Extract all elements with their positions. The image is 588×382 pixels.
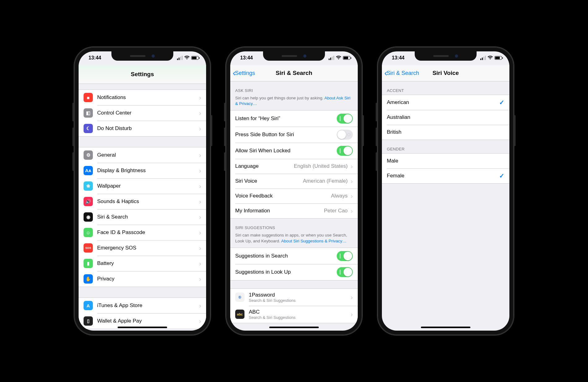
app-title: 1Password bbox=[249, 292, 350, 298]
privacy-icon: ✋ bbox=[84, 274, 93, 284]
toggle[interactable] bbox=[337, 251, 353, 261]
group-header-gender: GENDER bbox=[382, 140, 509, 153]
toggle[interactable] bbox=[337, 114, 353, 124]
row-label: Face ID & Passcode bbox=[97, 229, 198, 236]
settings-row-siri-search[interactable]: ◉Siri & Search› bbox=[79, 209, 206, 225]
app-row-abc[interactable]: abcABCSearch & Siri Suggestions› bbox=[230, 306, 358, 323]
display-icon: Aᴀ bbox=[84, 166, 93, 175]
wallet-icon: ▯ bbox=[84, 316, 93, 326]
sos-icon: SOS bbox=[84, 243, 93, 253]
siri-voice-list[interactable]: ACCENT American✓AustralianBritish GENDER… bbox=[382, 81, 509, 331]
row-voice-feedback[interactable]: Voice FeedbackAlways› bbox=[230, 189, 358, 203]
row-label: Press Side Button for Siri bbox=[235, 132, 337, 138]
toggle[interactable] bbox=[337, 267, 353, 277]
chevron-right-icon: › bbox=[351, 178, 353, 185]
battery-icon bbox=[495, 56, 502, 60]
chevron-right-icon: › bbox=[199, 276, 201, 283]
row-label: Notifications bbox=[97, 94, 198, 101]
chevron-right-icon: › bbox=[199, 198, 201, 205]
settings-row-emergency-sos[interactable]: SOSEmergency SOS› bbox=[79, 240, 206, 256]
gender-option-female[interactable]: Female✓ bbox=[382, 168, 509, 183]
back-button[interactable]: ‹ Settings bbox=[233, 65, 255, 81]
row-label: iTunes & App Store bbox=[97, 302, 198, 309]
row-label: Siri Voice bbox=[235, 178, 303, 184]
chevron-right-icon: › bbox=[199, 245, 201, 252]
status-time: 13:44 bbox=[240, 55, 253, 61]
row-my-information[interactable]: My InformationPeter Cao› bbox=[230, 203, 358, 218]
row-suggestions-in-search[interactable]: Suggestions in Search bbox=[230, 248, 358, 264]
notifications-icon: ■ bbox=[84, 93, 93, 102]
row-allow-siri-when-locked[interactable]: Allow Siri When Locked bbox=[230, 143, 358, 159]
app-row-1password[interactable]: ①1PasswordSearch & Siri Suggestions› bbox=[230, 289, 358, 306]
toggle[interactable] bbox=[337, 130, 353, 140]
accent-option-american[interactable]: American✓ bbox=[382, 95, 509, 110]
row-siri-voice[interactable]: Siri VoiceAmerican (Female)› bbox=[230, 174, 358, 189]
settings-row-control-center[interactable]: ◧Control Center› bbox=[79, 105, 206, 121]
settings-row-wallpaper[interactable]: ❀Wallpaper› bbox=[79, 178, 206, 194]
wifi-icon bbox=[487, 55, 493, 61]
battery-icon bbox=[191, 56, 199, 60]
page-title: Siri Voice bbox=[432, 70, 459, 76]
row-label: Display & Brightness bbox=[97, 167, 198, 174]
row-label: Language bbox=[235, 163, 294, 169]
settings-row-privacy[interactable]: ✋Privacy› bbox=[79, 271, 206, 287]
itunes-icon: A bbox=[84, 301, 93, 310]
home-indicator[interactable] bbox=[269, 327, 319, 328]
faceid-icon: ☺ bbox=[84, 228, 93, 237]
settings-row-battery[interactable]: ▮Battery› bbox=[79, 256, 206, 271]
chevron-right-icon: › bbox=[199, 302, 201, 309]
wifi-icon bbox=[336, 55, 341, 61]
chevron-right-icon: › bbox=[199, 125, 201, 132]
chevron-right-icon: › bbox=[199, 214, 201, 221]
wallpaper-icon: ❀ bbox=[84, 181, 93, 191]
battery-icon bbox=[343, 56, 350, 60]
settings-row-itunes-app-store[interactable]: AiTunes & App Store› bbox=[79, 298, 206, 313]
option-label: Australian bbox=[387, 114, 504, 120]
device-frame: 13:44 ‹ Settings Siri & Search ASK SIRI … bbox=[226, 47, 362, 335]
battery-icon: ▮ bbox=[84, 259, 93, 268]
settings-row-notifications[interactable]: ■Notifications› bbox=[79, 90, 206, 105]
option-label: Female bbox=[387, 173, 499, 179]
group-footer-suggestions: Siri can make suggestions in apps, or wh… bbox=[230, 232, 358, 247]
row-listen-for-hey-siri-[interactable]: Listen for “Hey Siri” bbox=[230, 111, 358, 127]
accent-option-australian[interactable]: Australian bbox=[382, 110, 509, 125]
device-frame: 13:44 ‹ Siri & Search Siri Voice ACCENT … bbox=[378, 47, 514, 335]
cellular-signal-icon bbox=[480, 56, 486, 60]
settings-row-sounds-haptics[interactable]: 🔊Sounds & Haptics› bbox=[79, 194, 206, 209]
row-label: Siri & Search bbox=[97, 214, 198, 220]
back-button[interactable]: ‹ Siri & Search bbox=[384, 65, 419, 81]
chevron-right-icon: › bbox=[199, 318, 201, 325]
home-indicator[interactable] bbox=[118, 327, 167, 328]
home-indicator[interactable] bbox=[421, 327, 470, 328]
checkmark-icon: ✓ bbox=[499, 99, 504, 106]
toggle[interactable] bbox=[337, 146, 353, 156]
siri-search-list[interactable]: ASK SIRI Siri can help you get things do… bbox=[230, 81, 358, 331]
row-label: Control Center bbox=[97, 110, 198, 116]
app-subtitle: Search & Siri Suggestions bbox=[249, 298, 350, 303]
option-label: Male bbox=[387, 158, 504, 164]
accent-option-british[interactable]: British bbox=[382, 125, 509, 140]
gender-option-male[interactable]: Male bbox=[382, 154, 509, 168]
notch bbox=[263, 51, 325, 61]
cellular-signal-icon bbox=[177, 56, 183, 60]
chevron-right-icon: › bbox=[199, 152, 201, 159]
row-language[interactable]: LanguageEnglish (United States)› bbox=[230, 159, 358, 174]
wifi-icon bbox=[184, 55, 190, 61]
nav-bar: Settings bbox=[79, 65, 206, 84]
row-press-side-button-for-siri[interactable]: Press Side Button for Siri bbox=[230, 127, 358, 143]
row-detail: English (United States) bbox=[294, 163, 348, 169]
chevron-right-icon: › bbox=[199, 260, 201, 267]
settings-list[interactable]: ■Notifications›◧Control Center›☾Do Not D… bbox=[79, 84, 206, 331]
settings-row-do-not-disturb[interactable]: ☾Do Not Disturb› bbox=[79, 121, 206, 136]
chevron-right-icon: › bbox=[199, 229, 201, 236]
back-label: Settings bbox=[235, 70, 255, 76]
row-suggestions-in-look-up[interactable]: Suggestions in Look Up bbox=[230, 264, 358, 280]
settings-row-display-brightness[interactable]: AᴀDisplay & Brightness› bbox=[79, 163, 206, 178]
page-title: Settings bbox=[131, 71, 154, 78]
row-label: Suggestions in Look Up bbox=[235, 269, 337, 275]
privacy-link[interactable]: About Siri Suggestions & Privacy… bbox=[281, 239, 347, 243]
control-center-icon: ◧ bbox=[84, 108, 93, 118]
app-icon: abc bbox=[235, 310, 244, 319]
settings-row-general[interactable]: ⚙General› bbox=[79, 147, 206, 163]
settings-row-face-id-passcode[interactable]: ☺Face ID & Passcode› bbox=[79, 225, 206, 240]
